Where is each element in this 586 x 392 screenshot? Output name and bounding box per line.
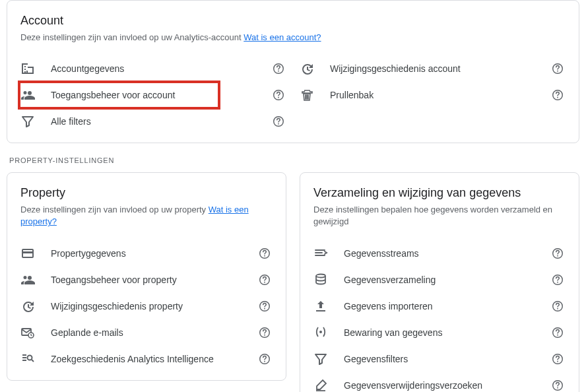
- trash-label: Prullenbak: [330, 90, 550, 100]
- property-access-row[interactable]: Toegangsbeheer voor property: [20, 267, 273, 293]
- property-subtitle: Deze instellingen zijn van invloed op uw…: [20, 204, 273, 228]
- help-icon[interactable]: [550, 300, 566, 313]
- card-icon: [20, 246, 51, 261]
- help-icon[interactable]: [550, 88, 566, 102]
- help-icon[interactable]: [550, 62, 566, 75]
- help-icon[interactable]: [257, 300, 273, 313]
- data-streams-row[interactable]: Gegevensstreams: [313, 240, 566, 267]
- help-icon[interactable]: [257, 326, 273, 339]
- property-title: Property: [20, 186, 273, 200]
- account-subtitle: Deze instellingen zijn van invloed op uw…: [20, 32, 566, 44]
- retention-icon: [313, 325, 344, 340]
- data-collection-card: Verzameling en wijziging van gegevens De…: [300, 172, 579, 392]
- people-icon: [20, 273, 51, 287]
- property-card: Property Deze instellingen zijn van invl…: [7, 172, 286, 380]
- all-filters-label: Alle filters: [51, 116, 271, 127]
- mail-clock-icon: [20, 325, 51, 340]
- account-access-label: Toegangsbeheer voor account: [51, 90, 271, 100]
- history-icon: [20, 299, 51, 313]
- account-what-is-link[interactable]: Wat is een account?: [244, 32, 321, 42]
- collection-title: Verzameling en wijziging van gegevens: [313, 186, 566, 200]
- scheduled-emails-row[interactable]: Geplande e-mails: [20, 319, 273, 346]
- help-icon[interactable]: [271, 115, 286, 128]
- help-icon[interactable]: [550, 247, 566, 260]
- property-history-row[interactable]: Wijzigingsgeschiedenis property: [20, 293, 273, 319]
- database-icon: [313, 273, 344, 287]
- domain-icon: [20, 61, 51, 76]
- account-title: Account: [20, 14, 566, 28]
- account-history-label: Wijzigingsgeschiedenis account: [330, 63, 550, 74]
- account-history-row[interactable]: Wijzigingsgeschiedenis account: [300, 55, 566, 82]
- data-filters-row[interactable]: Gegevensfilters: [313, 346, 566, 372]
- help-icon[interactable]: [550, 273, 566, 286]
- account-access-row[interactable]: Toegangsbeheer voor account: [20, 82, 286, 108]
- data-import-row[interactable]: Gegevens importeren: [313, 293, 566, 319]
- search-list-icon: [20, 352, 51, 366]
- account-details-label: Accountgegevens: [51, 63, 271, 74]
- erase-icon: [313, 378, 344, 392]
- people-icon: [20, 88, 51, 102]
- filter-icon: [313, 352, 344, 366]
- history-icon: [300, 61, 330, 76]
- help-icon[interactable]: [271, 88, 286, 102]
- trash-row[interactable]: Prullenbak: [300, 82, 566, 108]
- account-details-row[interactable]: Accountgegevens: [20, 55, 286, 82]
- data-collection-row[interactable]: Gegevensverzameling: [313, 267, 566, 293]
- property-details-row[interactable]: Propertygegevens: [20, 240, 273, 267]
- trash-icon: [300, 88, 330, 102]
- account-card: Account Deze instellingen zijn van invlo…: [7, 0, 579, 143]
- help-icon[interactable]: [257, 273, 273, 286]
- data-retention-row[interactable]: Bewaring van gegevens: [313, 319, 566, 346]
- all-filters-row[interactable]: Alle filters: [20, 108, 286, 135]
- streams-icon: [313, 246, 344, 261]
- help-icon[interactable]: [550, 379, 566, 392]
- help-icon[interactable]: [550, 326, 566, 339]
- collection-subtitle: Deze instellingen bepalen hoe gegevens w…: [313, 204, 566, 228]
- property-section-label: PROPERTY-INSTELLINGEN: [9, 156, 579, 164]
- help-icon[interactable]: [550, 352, 566, 366]
- help-icon[interactable]: [257, 352, 273, 366]
- filter-icon: [20, 114, 51, 129]
- help-icon[interactable]: [257, 247, 273, 260]
- search-history-row[interactable]: Zoekgeschiedenis Analytics Intelligence: [20, 346, 273, 372]
- help-icon[interactable]: [271, 62, 286, 75]
- data-deletion-row[interactable]: Gegevensverwijderingsverzoeken: [313, 372, 566, 392]
- upload-icon: [313, 299, 344, 313]
